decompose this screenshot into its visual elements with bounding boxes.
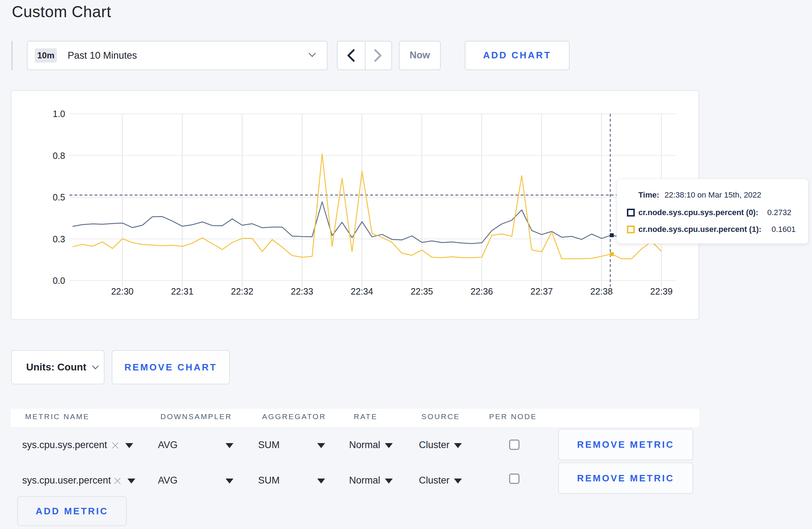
svg-text:22:33: 22:33 bbox=[291, 286, 313, 296]
svg-text:22:36: 22:36 bbox=[470, 286, 493, 296]
svg-text:0.3: 0.3 bbox=[53, 234, 65, 244]
svg-text:22:35: 22:35 bbox=[411, 286, 433, 296]
svg-text:22:39: 22:39 bbox=[650, 286, 673, 296]
svg-text:22:37: 22:37 bbox=[531, 286, 553, 296]
svg-text:1.0: 1.0 bbox=[53, 109, 65, 119]
svg-text:22:32: 22:32 bbox=[231, 286, 253, 296]
svg-text:0.5: 0.5 bbox=[53, 192, 65, 202]
svg-text:22:38: 22:38 bbox=[590, 286, 613, 296]
svg-text:22:30: 22:30 bbox=[111, 286, 134, 296]
svg-text:0.0: 0.0 bbox=[53, 276, 65, 286]
svg-text:22:34: 22:34 bbox=[351, 286, 373, 296]
svg-text:0.8: 0.8 bbox=[53, 151, 65, 161]
svg-text:22:31: 22:31 bbox=[171, 286, 194, 296]
